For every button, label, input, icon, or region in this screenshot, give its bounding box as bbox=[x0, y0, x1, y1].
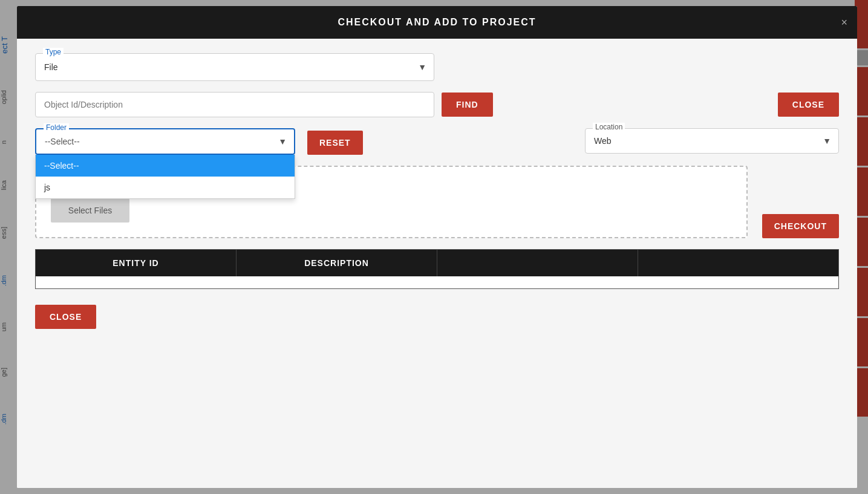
folder-label: Folder bbox=[44, 123, 69, 132]
checkout-wrapper: CHECKOUT bbox=[755, 166, 839, 238]
bottom-row: CLOSE bbox=[35, 300, 839, 329]
location-section: Location Web Local Server ▼ bbox=[585, 128, 839, 154]
entity-table: ENTITY ID DESCRIPTION bbox=[35, 249, 839, 289]
reset-button[interactable]: RESET bbox=[307, 131, 363, 155]
modal-header: CHECKOUT AND ADD TO PROJECT × bbox=[17, 6, 857, 39]
location-select[interactable]: Web Local Server bbox=[586, 129, 838, 153]
folder-location-row: Folder --Select-- js Upload Website File… bbox=[35, 128, 839, 155]
close-top-button[interactable]: CLOSE bbox=[778, 93, 839, 117]
checkout-button[interactable]: CHECKOUT bbox=[762, 214, 839, 238]
type-select-wrapper: Type File Folder URL ▼ bbox=[35, 53, 434, 81]
modal-body: Type File Folder URL ▼ FIND CLOSE Folder bbox=[17, 39, 857, 488]
dropdown-item-select[interactable]: --Select-- bbox=[36, 155, 295, 177]
table-col-description: DESCRIPTION bbox=[237, 250, 437, 276]
table-col-3 bbox=[437, 250, 638, 276]
modal-title: CHECKOUT AND ADD TO PROJECT bbox=[338, 17, 536, 27]
type-label: Type bbox=[43, 48, 64, 56]
close-bottom-button[interactable]: CLOSE bbox=[35, 305, 96, 329]
table-header: ENTITY ID DESCRIPTION bbox=[36, 250, 838, 276]
select-files-button[interactable]: Select Files bbox=[51, 198, 129, 223]
type-select[interactable]: File Folder URL bbox=[36, 54, 434, 80]
type-section: Type File Folder URL ▼ bbox=[35, 53, 434, 81]
folder-select[interactable]: --Select-- js Upload Website Files bbox=[36, 129, 294, 154]
location-select-border: Location Web Local Server ▼ bbox=[585, 128, 839, 154]
table-col-4 bbox=[638, 250, 838, 276]
search-row: FIND CLOSE bbox=[35, 92, 839, 117]
folder-select-border: Folder --Select-- js Upload Website File… bbox=[35, 128, 295, 155]
location-label: Location bbox=[593, 123, 625, 131]
modal-header-close-button[interactable]: × bbox=[841, 17, 847, 28]
folder-dropdown: --Select-- js bbox=[35, 155, 295, 199]
table-body bbox=[36, 276, 838, 288]
modal-dialog: CHECKOUT AND ADD TO PROJECT × Type File … bbox=[17, 6, 857, 488]
dropdown-item-js[interactable]: js bbox=[36, 177, 295, 198]
table-col-entity-id: ENTITY ID bbox=[36, 250, 237, 276]
search-input[interactable] bbox=[35, 92, 434, 117]
folder-section: Folder --Select-- js Upload Website File… bbox=[35, 128, 295, 155]
find-button[interactable]: FIND bbox=[442, 93, 493, 117]
